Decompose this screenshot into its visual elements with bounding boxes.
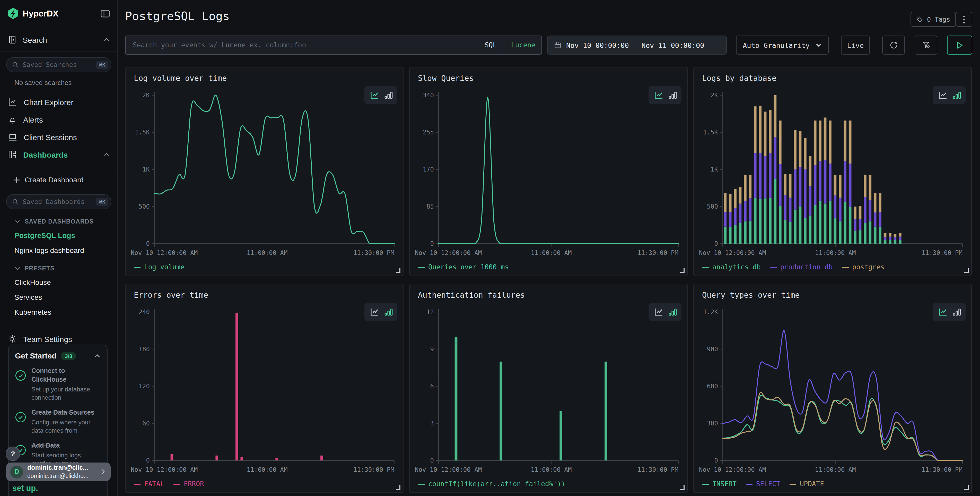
chevron-up-icon — [103, 37, 110, 43]
saved-searches-field[interactable] — [22, 60, 94, 69]
legend-label: analytics_db — [712, 263, 761, 271]
user-email: dominic.tran@clickho... — [27, 472, 95, 480]
sidebar-link-kubernetes[interactable]: Kubernetes — [0, 308, 117, 316]
bar-production-db — [843, 161, 846, 202]
bar-analytics-db — [824, 203, 827, 244]
bar-error — [240, 457, 243, 461]
bar-analytics-db — [774, 179, 777, 244]
chart-canvas[interactable]: 060120180240Nov 10 12:00:00 AM11:00:00 A… — [130, 305, 401, 477]
sidebar-collapse-icon[interactable] — [100, 9, 110, 18]
chart-canvas[interactable]: 03006009001.2KNov 10 12:00:00 AM11:00:00… — [698, 305, 969, 477]
bar-production-db — [774, 137, 777, 179]
legend-item-error[interactable]: ERROR — [173, 480, 204, 488]
help-button[interactable]: ? — [6, 447, 20, 461]
bar-production-db — [764, 156, 767, 198]
saved-dashboards-header[interactable]: SAVED DASHBOARDS — [0, 218, 117, 225]
bar-production-db — [899, 237, 902, 240]
chart-canvas[interactable]: 05001K1.5K2KNov 10 12:00:00 AM11:00:00 A… — [130, 88, 401, 260]
chevron-up-icon[interactable] — [94, 352, 101, 359]
create-dashboard-button[interactable]: Create Dashboard — [0, 171, 117, 188]
legend-item-production-db[interactable]: production_db — [770, 263, 833, 271]
bar-postgres — [824, 117, 827, 159]
legend-label: production_db — [780, 263, 833, 271]
y-tick-label: 0 — [430, 240, 434, 247]
tags-button[interactable]: 0 Tags — [910, 12, 956, 27]
legend-swatch — [702, 483, 709, 485]
resize-handle[interactable] — [396, 485, 401, 490]
main-content: PostgreSQL Logs 0 Tags SQL | Lucene Nov … — [118, 0, 980, 496]
legend-item-queries-over-1000-ms[interactable]: Queries over 1000 ms — [418, 263, 509, 271]
bar-analytics-db — [884, 240, 886, 244]
bar-production-db — [739, 203, 742, 223]
granularity-select[interactable]: Auto Granularity — [736, 35, 829, 54]
chart-canvas[interactable]: 036912Nov 10 12:00:00 AM11:00:00 AM11:30… — [414, 305, 684, 477]
live-button[interactable]: Live — [841, 35, 870, 54]
refresh-button[interactable] — [882, 35, 905, 54]
chart-canvas[interactable]: 05001K1.5K2KNov 10 12:00:00 AM11:00:00 A… — [698, 88, 969, 260]
event-search-input[interactable] — [132, 41, 479, 49]
legend-swatch — [134, 483, 140, 485]
legend-item-insert[interactable]: INSERT — [702, 480, 737, 488]
presets-header[interactable]: PRESETS — [0, 265, 117, 271]
bar-error — [275, 458, 278, 461]
bar-analytics-db — [739, 223, 742, 244]
run-query-button[interactable] — [947, 35, 972, 54]
sidebar-link-postgresql-logs[interactable]: PostgreSQL Logs — [0, 231, 117, 239]
sidebar-item-client-sessions[interactable]: Client Sessions — [0, 128, 117, 146]
resize-handle[interactable] — [964, 485, 969, 490]
user-menu[interactable]: D dominic.tran@clic... dominic.tran@clic… — [6, 463, 111, 481]
chart-panel-authentication-failures: Authentication failures036912Nov 10 12:0… — [409, 284, 688, 493]
bar-analytics-db — [874, 226, 877, 244]
y-tick-label: 2K — [142, 92, 150, 99]
get-started-item-connect[interactable]: Connect to ClickHouse Set up your databa… — [15, 367, 101, 402]
filter-button[interactable] — [915, 35, 937, 54]
bar-postgres — [889, 233, 891, 237]
x-tick-label: 11:00:00 AM — [815, 466, 856, 473]
legend-item-postgres[interactable]: postgres — [842, 263, 884, 271]
x-tick-label: 11:30:00 PM — [921, 249, 963, 257]
sidebar-item-alerts[interactable]: Alerts — [0, 111, 117, 128]
sidebar-item-dashboards[interactable]: Dashboards — [0, 146, 117, 163]
y-tick-label: 60 — [142, 420, 150, 427]
get-started-item-sources[interactable]: Create Data Sources Configure where your… — [15, 408, 101, 435]
legend-item-select[interactable]: SELECT — [746, 480, 780, 488]
legend-item-analytics-db[interactable]: analytics_db — [702, 263, 761, 271]
resize-handle[interactable] — [680, 485, 684, 490]
bar-analytics-db — [759, 199, 762, 244]
y-tick-label: 1K — [711, 166, 718, 173]
panel-menu-button[interactable] — [956, 12, 972, 27]
legend-item-log-volume[interactable]: Log volume — [134, 263, 185, 271]
bar-postgres — [864, 175, 867, 197]
dashboard-grid-icon — [8, 150, 17, 159]
bar-analytics-db — [864, 223, 867, 244]
sidebar-link-clickhouse[interactable]: ClickHouse — [0, 278, 117, 286]
resize-handle[interactable] — [396, 268, 401, 273]
chart-canvas[interactable]: 085170255340Nov 10 12:00:00 AM11:00:00 A… — [414, 88, 684, 260]
bar-analytics-db — [789, 222, 792, 244]
saved-dashboards-field[interactable] — [22, 197, 94, 206]
lucene-mode-toggle[interactable]: Lucene — [511, 41, 535, 49]
bar-analytics-db — [843, 202, 846, 244]
bar-analytics-db — [799, 207, 802, 244]
legend-swatch — [770, 266, 777, 268]
chart-title: Log volume over time — [134, 73, 227, 83]
date-range-picker[interactable]: Nov 10 00:00:00 - Nov 11 00:00:00 — [547, 35, 727, 54]
chart-title: Logs by database — [702, 73, 776, 83]
sidebar-section-search[interactable]: Search — [0, 33, 117, 46]
bar-analytics-db — [754, 198, 757, 244]
sidebar-item-chart-explorer[interactable]: Chart Explorer — [0, 93, 117, 111]
saved-dashboards-input[interactable]: ⌘K — [6, 194, 111, 209]
bar-analytics-db — [749, 221, 751, 244]
bar-analytics-db — [859, 230, 862, 244]
event-search-bar[interactable]: SQL | Lucene — [125, 35, 542, 54]
sidebar-link-nginx-logs-dashboard[interactable]: Nginx logs dashboard — [0, 246, 117, 254]
create-dashboard-label: Create Dashboard — [25, 175, 84, 184]
legend-item-countif-like-arr-ation-failed[interactable]: countIf(like(arr..ation failed%')) — [418, 480, 565, 488]
sidebar-link-services[interactable]: Services — [0, 293, 117, 301]
resize-handle[interactable] — [964, 268, 969, 273]
legend-item-fatal[interactable]: FATAL — [134, 480, 164, 488]
resize-handle[interactable] — [680, 268, 684, 273]
saved-searches-input[interactable]: ⌘K — [6, 57, 111, 72]
legend-item-update[interactable]: UPDATE — [789, 480, 824, 488]
sql-mode-toggle[interactable]: SQL — [485, 41, 497, 49]
